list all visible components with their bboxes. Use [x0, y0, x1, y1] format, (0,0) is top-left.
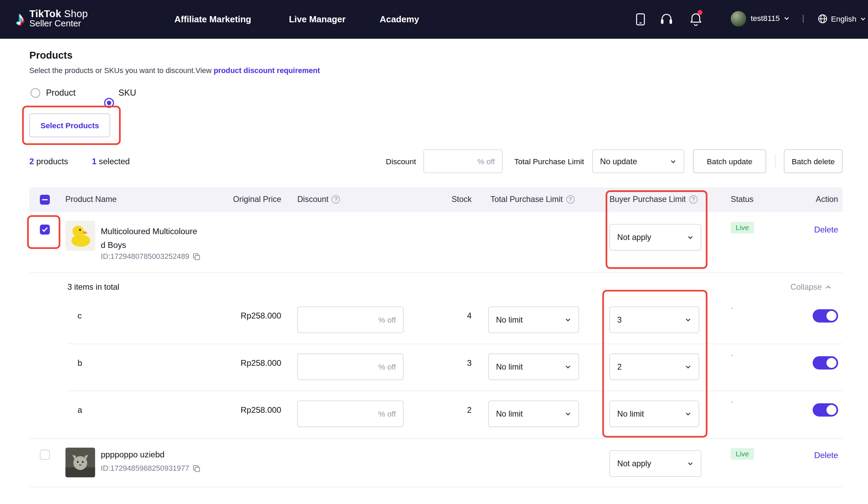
selected-count-label: selected	[99, 157, 130, 166]
sku-price: Rp258.000	[199, 405, 281, 414]
chevron-down-icon	[860, 15, 866, 22]
col-discount: Discount ?	[297, 195, 340, 204]
sku-row: b Rp258.000 3 No limit 2 -	[30, 344, 843, 391]
col-stock: Stock	[421, 195, 472, 204]
sku-price: Rp258.000	[199, 311, 281, 320]
sku-status-dash: -	[731, 351, 733, 359]
help-icon[interactable]: ?	[566, 195, 574, 203]
page: ♪ TikTok Shop Seller Center Affiliate Ma…	[0, 0, 868, 504]
help-icon[interactable]: ?	[689, 195, 698, 203]
sku-discount-field	[297, 306, 403, 333]
sku-meta-row: 3 items in total Collapse	[30, 279, 843, 297]
nav-live-manager[interactable]: Live Manager	[289, 0, 345, 39]
copy-icon[interactable]	[193, 253, 200, 261]
items-in-total: 3 items in total	[68, 283, 120, 292]
collapse-label: Collapse	[790, 283, 822, 292]
product-image-cat	[65, 448, 95, 477]
sku-row: c Rp258.000 4 No limit 3 -	[30, 297, 843, 344]
product-id: ID:1729485968250931977	[101, 464, 189, 472]
sku-discount-input[interactable]	[297, 354, 403, 380]
chevron-down-icon	[565, 316, 571, 323]
col-original-price: Original Price	[210, 195, 281, 204]
delete-link[interactable]: Delete	[797, 224, 838, 234]
sku-discount-input[interactable]	[297, 306, 403, 333]
help-icon[interactable]: ?	[332, 195, 340, 203]
buyer-purchase-limit-select[interactable]: Not apply	[609, 450, 701, 476]
col-status: Status	[731, 195, 753, 204]
copy-icon[interactable]	[193, 464, 200, 472]
headset-icon[interactable]	[660, 13, 673, 28]
chevron-down-icon	[670, 158, 676, 165]
radio-product-label[interactable]: Product	[46, 88, 75, 98]
sku-active-toggle[interactable]	[813, 356, 838, 370]
batch-discount-input[interactable]	[423, 149, 503, 173]
select-products-button[interactable]: Select Products	[30, 114, 111, 137]
radio-sku-label[interactable]: SKU	[118, 88, 136, 98]
buyer-purchase-limit-value: Not apply	[617, 459, 651, 468]
product-discount-requirement-link[interactable]: product discount requirement	[214, 66, 320, 75]
sku-total-limit-select[interactable]: No limit	[488, 354, 579, 380]
sku-buyer-limit-select[interactable]: No limit	[609, 400, 699, 427]
chevron-down-icon	[565, 364, 571, 370]
mobile-icon[interactable]	[636, 13, 645, 28]
globe-icon	[818, 14, 827, 24]
table-row: Multicoloured Multicoloure d Boys ID:172…	[30, 212, 843, 273]
indeterminate-mark	[42, 199, 48, 200]
sku-name: c	[78, 311, 82, 320]
chevron-down-icon	[685, 364, 691, 370]
batch-update-button[interactable]: Batch update	[693, 149, 766, 173]
nav-academy[interactable]: Academy	[380, 0, 419, 39]
sku-stock: 2	[421, 405, 472, 414]
sku-stock: 4	[421, 311, 472, 320]
sku-active-toggle[interactable]	[813, 403, 838, 417]
sku-row: a Rp258.000 2 No limit No limit -	[30, 391, 843, 438]
col-product-name: Product Name	[65, 195, 117, 204]
subtitle-text: Select the products or SKUs you want to …	[30, 66, 212, 75]
collapse-control[interactable]: Collapse	[790, 283, 832, 292]
radio-product[interactable]	[31, 88, 41, 98]
sku-name: a	[78, 405, 82, 414]
batch-total-purchase-limit-select[interactable]: No update	[592, 149, 684, 173]
status-cell: Live	[731, 448, 754, 460]
username: test8115	[751, 14, 780, 23]
avatar[interactable]	[731, 11, 746, 27]
sku-active-toggle[interactable]	[813, 309, 838, 323]
row-checkbox[interactable]	[40, 224, 50, 234]
sku-buyer-limit-select[interactable]: 2	[609, 354, 699, 380]
selected-count: 1 selected	[92, 157, 130, 166]
language-label: English	[831, 14, 856, 23]
sku-discount-input[interactable]	[297, 400, 403, 427]
chevron-down-icon	[565, 410, 571, 417]
row-checkbox[interactable]	[40, 450, 50, 460]
chevron-down-icon	[687, 460, 693, 466]
batch-delete-button[interactable]: Batch delete	[784, 149, 843, 173]
sku-total-limit-select[interactable]: No limit	[488, 400, 579, 427]
select-all-checkbox[interactable]	[40, 195, 50, 205]
product-id-row: ID:1729480785003252489	[101, 252, 200, 261]
products-count-number: 2	[30, 157, 34, 166]
status-badge: Live	[731, 222, 754, 233]
sku-price: Rp258.000	[199, 358, 281, 367]
product-image-duck	[65, 221, 95, 251]
language-selector[interactable]: English	[818, 14, 866, 24]
status-badge: Live	[731, 448, 754, 460]
buyer-purchase-limit-select[interactable]: Not apply	[609, 224, 701, 250]
col-buyer-purchase-limit: Buyer Purchase Limit ?	[609, 195, 697, 204]
batch-total-purchase-limit-value: No update	[600, 157, 637, 166]
table-header-row: Product Name Original Price Discount ? S…	[30, 188, 843, 212]
chevron-up-icon	[825, 284, 832, 291]
nav-affiliate-marketing[interactable]: Affiliate Marketing	[174, 0, 251, 39]
sku-total-limit-select[interactable]: No limit	[488, 306, 579, 333]
selected-count-number: 1	[92, 157, 96, 166]
user-menu[interactable]: test8115	[751, 14, 790, 23]
radio-sku[interactable]	[104, 98, 114, 108]
bell-icon[interactable]	[690, 12, 702, 28]
products-count-label: products	[37, 157, 68, 166]
batch-total-purchase-limit-label: Total Purchase Limit	[514, 157, 584, 166]
chevron-down-icon	[687, 234, 693, 241]
sku-buyer-limit-select[interactable]: 3	[609, 306, 699, 333]
logo-brand: TikTok	[30, 8, 61, 19]
tiktok-logo[interactable]: ♪ TikTok Shop Seller Center	[16, 8, 88, 30]
delete-link[interactable]: Delete	[797, 450, 838, 460]
logo-brand-light: Shop	[64, 8, 88, 19]
